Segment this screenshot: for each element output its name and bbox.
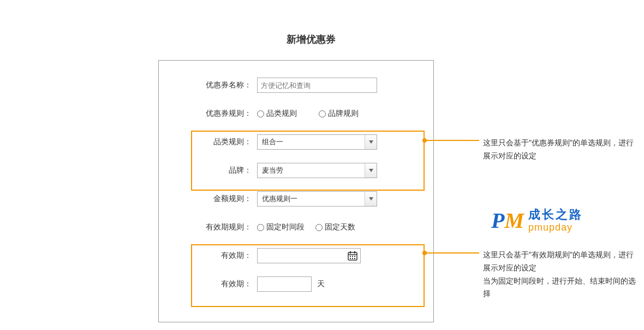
row-validity-days: 有效期： 天	[170, 276, 422, 292]
radio-label: 固定时间段	[266, 222, 305, 232]
label-coupon-rule: 优惠券规则：	[170, 109, 257, 119]
row-validity-rule: 有效期规则： 固定时间段 固定天数	[170, 219, 422, 235]
validity-days-input[interactable]	[257, 276, 312, 292]
svg-rect-4	[350, 256, 351, 257]
chevron-down-icon	[365, 163, 377, 178]
svg-rect-7	[350, 258, 351, 259]
row-brand: 品牌： 麦当劳	[170, 162, 422, 179]
radio-label: 品类规则	[266, 109, 297, 119]
annotation-1: 这里只会基于"优惠券规则"的单选规则，进行展示对应的设定	[483, 137, 636, 163]
svg-rect-9	[354, 258, 355, 259]
radio-fixed-days[interactable]: 固定天数	[315, 222, 355, 232]
page-title: 新增优惠券	[158, 0, 464, 57]
connector-line	[425, 140, 479, 141]
svg-rect-5	[352, 256, 353, 257]
svg-rect-8	[352, 258, 353, 259]
radio-icon	[315, 224, 323, 231]
radio-category-rule[interactable]: 品类规则	[257, 109, 297, 119]
logo-m: M	[504, 208, 524, 233]
calendar-icon	[347, 250, 358, 263]
label-brand: 品牌：	[170, 166, 257, 175]
select-value: 麦当劳	[262, 166, 283, 175]
radio-fixed-period[interactable]: 固定时间段	[257, 222, 305, 232]
radio-icon	[257, 224, 264, 231]
watermark-logo: PM 成长之路 pmupday	[491, 208, 583, 234]
row-validity-date: 有效期：	[170, 248, 422, 264]
label-validity-days: 有效期：	[170, 279, 257, 289]
unit-label: 天	[317, 279, 325, 289]
brand-select[interactable]: 麦当劳	[257, 163, 377, 178]
svg-rect-2	[350, 251, 351, 254]
chevron-down-icon	[365, 192, 377, 206]
amount-rule-select[interactable]: 优惠规则一	[257, 191, 377, 207]
connector-line	[425, 252, 479, 254]
validity-date-input[interactable]	[257, 248, 361, 263]
radio-icon	[257, 110, 264, 117]
watermark-cn: 成长之路	[528, 208, 583, 222]
row-coupon-name: 优惠券名称：	[170, 77, 422, 93]
category-rule-select[interactable]: 组合一	[257, 134, 377, 150]
label-category-rule: 品类规则：	[170, 137, 257, 147]
select-value: 组合一	[262, 137, 283, 147]
label-coupon-name: 优惠券名称：	[170, 80, 257, 90]
logo-p: P	[491, 208, 504, 233]
watermark-en: pmupday	[528, 222, 583, 234]
radio-label: 固定天数	[325, 222, 355, 232]
radio-brand-rule[interactable]: 品牌规则	[319, 109, 359, 119]
svg-rect-6	[354, 256, 355, 257]
form-panel: 优惠券名称： 优惠券规则： 品类规则 品牌规则 品类规则： 组合一	[158, 60, 434, 322]
label-amount-rule: 金额规则：	[170, 194, 257, 204]
row-category-rule: 品类规则： 组合一	[170, 134, 422, 150]
radio-icon	[319, 110, 326, 117]
label-validity-date: 有效期：	[170, 251, 257, 261]
svg-rect-3	[354, 251, 355, 254]
select-value: 优惠规则一	[262, 194, 297, 204]
annotation-2: 这里只会基于"有效期规则"的单选规则，进行展示对应的设定 当为固定时间段时，进行…	[483, 249, 636, 300]
label-validity-rule: 有效期规则：	[170, 222, 257, 232]
row-amount-rule: 金额规则： 优惠规则一	[170, 191, 422, 207]
radio-label: 品牌规则	[328, 109, 359, 119]
row-coupon-rule: 优惠券规则： 品类规则 品牌规则	[170, 105, 422, 122]
chevron-down-icon	[365, 135, 377, 149]
coupon-name-input[interactable]	[257, 78, 377, 93]
